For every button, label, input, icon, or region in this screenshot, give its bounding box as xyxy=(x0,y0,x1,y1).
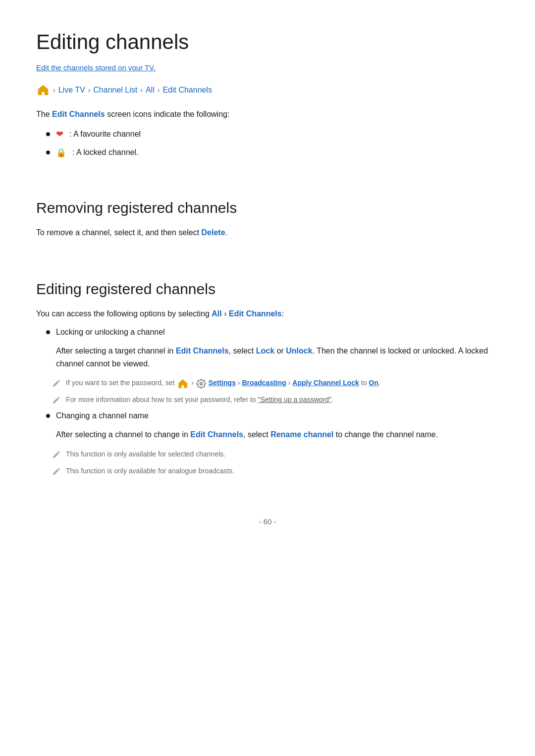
breadcrumb-chevron-1: › xyxy=(53,86,55,94)
breadcrumb-edit-channels[interactable]: Edit Channels xyxy=(162,86,212,95)
rename-channel-link[interactable]: Rename channel xyxy=(270,430,333,439)
breadcrumb-all[interactable]: All xyxy=(146,86,155,95)
intro-paragraph: The Edit Channels screen icons indicate … xyxy=(36,108,499,121)
rename-description: After selecting a channel to change in E… xyxy=(56,428,499,441)
page-footer: - 60 - xyxy=(36,517,499,526)
home-icon xyxy=(36,83,50,97)
lock-note-1: If you want to set the password, set › S… xyxy=(52,378,499,390)
section2-item-lock: Locking or unlocking a channel xyxy=(46,328,499,337)
bullet-dot-lock xyxy=(46,330,50,334)
lock-note-1-text: If you want to set the password, set › S… xyxy=(66,378,380,389)
pencil-icon-1 xyxy=(52,379,61,390)
subtitle: Edit the channels stored on your TV. xyxy=(36,63,499,72)
breadcrumb-chevron-4: › xyxy=(158,86,160,94)
bullet-dot-rename xyxy=(46,414,50,418)
section2-lock-label: Locking or unlocking a channel xyxy=(56,328,165,337)
heart-icon: ❤ xyxy=(56,129,63,140)
apply-channel-lock-link[interactable]: Apply Channel Lock xyxy=(292,379,359,387)
icon-list-item-lock: 🔒 : A locked channel. xyxy=(46,148,499,158)
lock-desc-3: or xyxy=(274,347,286,355)
lock-link[interactable]: Lock xyxy=(256,347,274,355)
intro-edit-channels-link[interactable]: Edit Channels xyxy=(52,110,105,118)
page-title: Editing channels xyxy=(36,30,499,54)
icon-list: ❤ : A favourite channel 🔒 : A locked cha… xyxy=(46,129,499,158)
breadcrumb-live-tv[interactable]: Live TV xyxy=(58,86,85,95)
section2-intro-text1: You can access the following options by … xyxy=(36,309,212,318)
pencil-icon-3 xyxy=(52,450,61,461)
section2-intro-text2: : xyxy=(282,309,284,318)
section1-text-end: . xyxy=(225,228,227,237)
rename-note-1: This function is only available for sele… xyxy=(52,449,499,461)
section2-rename-label: Changing a channel name xyxy=(56,411,149,420)
rename-note-1-text: This function is only available for sele… xyxy=(66,449,225,459)
settings-link[interactable]: Settings xyxy=(209,379,236,387)
section2-all-link[interactable]: All xyxy=(212,309,221,318)
lock-icon: 🔒 xyxy=(56,148,66,158)
on-link[interactable]: On xyxy=(369,379,378,387)
section1-text-before: To remove a channel, select it, and then… xyxy=(36,228,202,237)
rename-desc-3: to change the channel name. xyxy=(333,430,438,439)
breadcrumb: › Live TV › Channel List › All › Edit Ch… xyxy=(36,83,499,97)
lock-desc-2: , select xyxy=(229,347,256,355)
unlock-link[interactable]: Unlock xyxy=(286,347,312,355)
footer-text: - 60 - xyxy=(259,517,276,526)
icon-list-item-heart: ❤ : A favourite channel xyxy=(46,129,499,140)
lock-note-2-text: For more information about how to set yo… xyxy=(66,395,333,405)
rename-edit-channels-link[interactable]: Edit Channels xyxy=(190,430,243,439)
rename-note-2-text: This function is only available for anal… xyxy=(66,466,234,476)
section2-edit-channels-link[interactable]: Edit Channels xyxy=(229,309,282,318)
lock-note-2: For more information about how to set yo… xyxy=(52,395,499,406)
section1-title: Removing registered channels xyxy=(36,200,499,216)
password-link[interactable]: "Setting up a password" xyxy=(258,396,331,403)
broadcasting-link[interactable]: Broadcasting xyxy=(242,379,286,387)
section2-list: Locking or unlocking a channel xyxy=(46,328,499,337)
section1-paragraph: To remove a channel, select it, and then… xyxy=(36,226,499,239)
breadcrumb-channel-list[interactable]: Channel List xyxy=(93,86,137,95)
section2-chevron: › xyxy=(222,309,229,318)
section2-item-rename: Changing a channel name xyxy=(46,411,499,420)
rename-desc-2: , select xyxy=(243,430,270,439)
delete-link[interactable]: Delete xyxy=(202,228,225,237)
inline-settings-icon-1 xyxy=(196,379,206,389)
svg-point-0 xyxy=(200,382,202,385)
lock-desc-1: After selecting a target channel in xyxy=(56,347,176,355)
section2-list-2: Changing a channel name xyxy=(46,411,499,420)
lock-description: After selecting a target channel in Edit… xyxy=(56,345,499,370)
pencil-icon-2 xyxy=(52,396,61,406)
breadcrumb-chevron-2: › xyxy=(88,86,91,94)
inline-home-icon-1 xyxy=(177,378,188,389)
breadcrumb-chevron-3: › xyxy=(140,86,143,94)
rename-desc-1: After selecting a channel to change in xyxy=(56,430,190,439)
lock-edit-channels-link[interactable]: Edit Channels xyxy=(176,347,229,355)
section2-title: Editing registered channels xyxy=(36,281,499,298)
section2-intro: You can access the following options by … xyxy=(36,307,499,320)
bullet-dot-2 xyxy=(46,151,50,154)
lock-label: : A locked channel. xyxy=(72,148,138,157)
rename-note-2: This function is only available for anal… xyxy=(52,466,499,478)
bullet-dot-1 xyxy=(46,132,50,136)
intro-text-before: The xyxy=(36,110,52,118)
heart-label: : A favourite channel xyxy=(69,130,141,139)
intro-text-after: screen icons indicate the following: xyxy=(105,110,230,118)
pencil-icon-4 xyxy=(52,467,61,478)
subtitle-link[interactable]: Edit the channels stored on your TV. xyxy=(36,63,156,72)
